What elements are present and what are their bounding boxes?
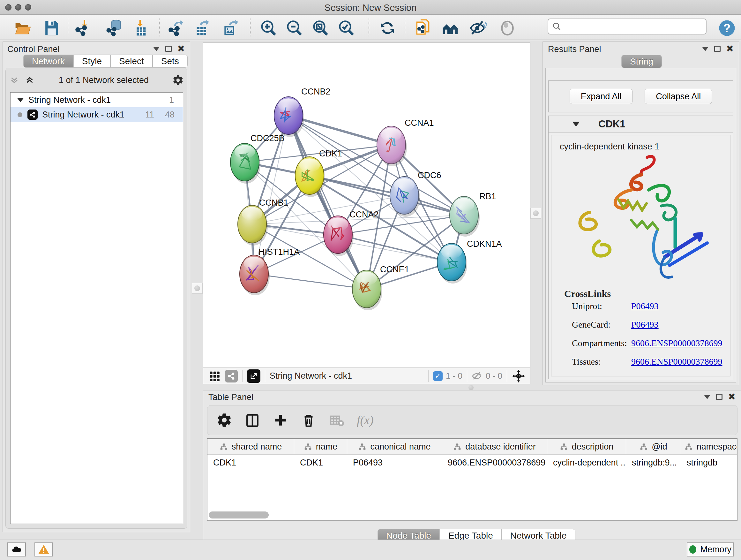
warnings-button[interactable] [35, 543, 53, 557]
table-cell[interactable]: 9606.ENSP00000378699 [442, 455, 547, 471]
float-panel-icon[interactable] [714, 46, 721, 52]
node-CCNA2[interactable]: CCNA2 [324, 210, 379, 256]
search-icon [552, 22, 562, 31]
collapse-panel-icon[interactable] [704, 395, 711, 399]
delete-column-icon[interactable] [300, 412, 317, 428]
node-CCNB1[interactable]: CCNB1 [238, 198, 288, 246]
tab-string[interactable]: String [621, 55, 662, 68]
table-options-gear-icon[interactable] [216, 412, 232, 428]
node-CCNB2[interactable]: CCNB2 [274, 87, 331, 137]
delete-table-icon[interactable] [329, 412, 345, 428]
crosslink-link[interactable]: 9606.ENSP00000378699 [631, 338, 722, 348]
bottom-splitter-handle[interactable] [465, 385, 477, 390]
refresh-button[interactable] [379, 19, 396, 37]
network-options-gear-icon[interactable] [172, 74, 184, 86]
column-header-description[interactable]: description [547, 439, 626, 454]
table-cell[interactable]: stringdb [681, 455, 738, 471]
toolbar-separator [405, 18, 405, 37]
export-table-button[interactable] [193, 19, 211, 37]
crosslink-link[interactable]: 9606.ENSP00000378699 [631, 357, 722, 367]
zoom-fit-button[interactable] [312, 19, 329, 37]
column-header-databaseidentifier[interactable]: database identifier [442, 439, 547, 454]
network-badge-icon[interactable] [225, 370, 238, 382]
tab-network[interactable]: Network [23, 55, 73, 68]
import-network-database-button[interactable] [105, 19, 123, 37]
add-column-icon[interactable] [273, 412, 288, 428]
zoom-in-button[interactable] [259, 19, 277, 37]
float-panel-icon[interactable] [165, 46, 172, 52]
close-panel-icon[interactable]: ✖ [178, 46, 185, 52]
birds-eye-view-icon[interactable] [247, 369, 260, 383]
horizontal-scrollbar[interactable] [209, 511, 269, 518]
node-CCNE1[interactable]: CCNE1 [352, 265, 409, 310]
collection-expander-icon[interactable] [17, 98, 24, 102]
cloud-status-button[interactable] [7, 543, 26, 557]
table-cell[interactable]: stringdb:9... [626, 455, 681, 471]
node-result-header[interactable]: CDK1 [549, 116, 733, 132]
tab-sets[interactable]: Sets [152, 55, 188, 68]
export-network-button[interactable] [167, 19, 185, 37]
left-splitter-handle[interactable] [192, 283, 203, 294]
protein-structure-image [551, 152, 724, 283]
network-collection-row[interactable]: String Network - cdk1 1 [10, 92, 183, 107]
crosslink-link[interactable]: P06493 [631, 301, 659, 311]
first-neighbors-button[interactable] [441, 19, 459, 37]
crosslink-row: Tissues:9606.ENSP00000378699 [572, 357, 730, 367]
collapse-all-networks-icon[interactable] [9, 75, 20, 85]
crosslink-link[interactable]: P06493 [631, 320, 659, 330]
save-session-button[interactable] [43, 19, 61, 37]
selected-elements-checkbox[interactable]: ✓ [433, 371, 443, 381]
show-columns-icon[interactable] [245, 412, 260, 428]
status-bar: Memory [0, 540, 741, 560]
search-input[interactable] [565, 21, 702, 32]
hide-selected-button[interactable] [469, 19, 487, 37]
zoom-out-button[interactable] [285, 19, 303, 37]
close-panel-icon[interactable]: ✖ [728, 394, 736, 400]
node-CDKN1A[interactable]: CDKN1A [437, 239, 502, 284]
collapse-all-button[interactable]: Collapse All [645, 89, 712, 104]
network-canvas[interactable]: CCNB2CCNA1CDC25BCDK1CDC6RB1CCNB1CCNA2CDK… [203, 43, 530, 368]
open-session-button[interactable] [14, 19, 32, 37]
right-splitter-handle[interactable] [530, 208, 541, 219]
memory-button[interactable]: Memory [687, 543, 734, 557]
entry-expander-icon[interactable] [572, 122, 580, 126]
warning-icon [38, 544, 50, 555]
table-cell[interactable]: P06493 [347, 455, 442, 471]
network-row[interactable]: String Network - cdk1 11 48 [10, 107, 183, 122]
help-button[interactable]: ? [718, 19, 736, 37]
function-builder-icon[interactable]: f(x) [357, 413, 374, 427]
table-cell[interactable]: CDK1 [207, 455, 294, 471]
collapse-panel-icon[interactable] [702, 47, 709, 51]
network-graph[interactable]: CCNB2CCNA1CDC25BCDK1CDC6RB1CCNB1CCNA2CDK… [203, 43, 530, 368]
collapse-panel-icon[interactable] [153, 47, 159, 51]
table-header-row: shared namenamecanonical namedatabase id… [207, 439, 737, 455]
table-cell[interactable]: cyclin-dependent ... [547, 455, 626, 471]
float-panel-icon[interactable] [716, 394, 723, 400]
edge-CCNB2-CCNE1[interactable] [288, 116, 367, 289]
column-header-name[interactable]: name [294, 439, 347, 454]
tab-style[interactable]: Style [73, 55, 111, 68]
pan-crosshair-icon[interactable] [512, 369, 526, 383]
clone-network-button[interactable] [414, 19, 432, 37]
column-header-canonicalname[interactable]: canonical name [347, 439, 442, 454]
close-panel-icon[interactable]: ✖ [726, 46, 734, 52]
table-cell[interactable]: CDK1 [294, 455, 347, 471]
zoom-selected-button[interactable] [337, 19, 355, 37]
show-graphics-details-button[interactable] [498, 19, 516, 37]
import-table-button[interactable] [131, 19, 149, 37]
column-header-id[interactable]: @id [626, 439, 681, 454]
hidden-elements-eye-icon[interactable] [472, 371, 482, 381]
import-network-file-button[interactable] [74, 19, 92, 37]
node-HIST1H1A[interactable]: HIST1H1A [240, 247, 300, 295]
crosslink-link[interactable]: P06493 [631, 375, 659, 376]
column-header-sharedname[interactable]: shared name [207, 439, 294, 454]
edge-HIST1H1A-CCNE1[interactable] [254, 274, 367, 289]
node-RB1[interactable]: RB1 [450, 192, 496, 237]
column-header-namespace[interactable]: namespace [681, 439, 738, 454]
tab-select[interactable]: Select [111, 55, 152, 68]
table-row[interactable]: CDK1CDK1P064939606.ENSP00000378699cyclin… [207, 455, 737, 471]
expand-all-button[interactable]: Expand All [569, 89, 633, 104]
export-image-button[interactable] [221, 19, 239, 37]
grid-view-icon[interactable] [208, 370, 220, 382]
expand-all-networks-icon[interactable] [24, 75, 35, 85]
